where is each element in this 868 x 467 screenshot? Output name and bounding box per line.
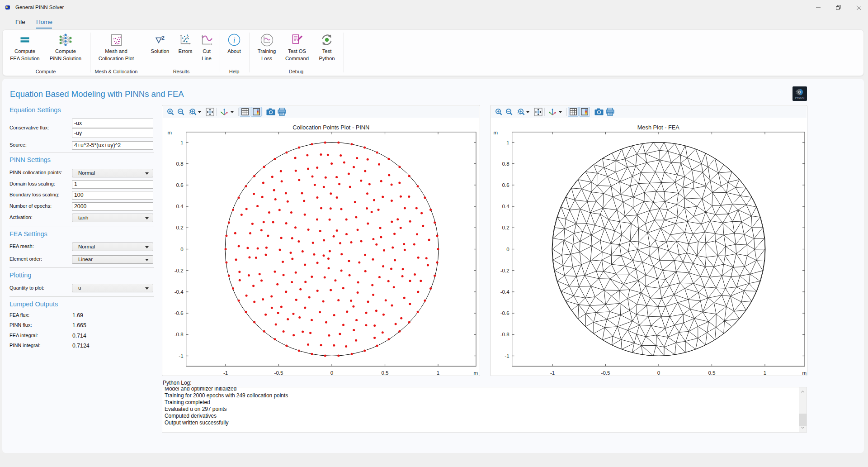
svg-text:0: 0 (657, 370, 660, 376)
svg-text:-0.2: -0.2 (175, 268, 184, 273)
svg-text:i: i (233, 36, 236, 44)
svg-text:-0.5: -0.5 (601, 370, 610, 376)
svg-text:-0.4: -0.4 (175, 289, 184, 295)
svg-text:Mesh Plot - FEA: Mesh Plot - FEA (637, 124, 680, 131)
svg-text:m: m (494, 130, 498, 135)
svg-text:0.6: 0.6 (502, 182, 509, 188)
svg-text:1: 1 (506, 140, 509, 145)
svg-text:-0.8: -0.8 (175, 332, 184, 337)
svg-text:0: 0 (180, 247, 183, 252)
svg-text:-0.8: -0.8 (500, 332, 509, 337)
svg-text:1: 1 (437, 370, 439, 376)
svg-text:-0.4: -0.4 (500, 289, 509, 295)
svg-text:-1: -1 (223, 370, 228, 376)
svg-text:Collocation Points Plot - PINN: Collocation Points Plot - PINN (292, 124, 369, 131)
svg-text:m: m (168, 130, 172, 135)
svg-text:0.6: 0.6 (176, 182, 184, 188)
svg-text:0: 0 (330, 370, 333, 376)
svg-text:-0.6: -0.6 (500, 310, 509, 316)
svg-text:m: m (473, 370, 478, 376)
svg-text:0.4: 0.4 (502, 204, 510, 209)
svg-text:-0.2: -0.2 (500, 268, 509, 273)
svg-text:-0.5: -0.5 (274, 370, 283, 376)
svg-text:-0.6: -0.6 (175, 310, 184, 316)
svg-text:1: 1 (764, 370, 766, 376)
svg-text:1: 1 (180, 140, 183, 145)
svg-text:2: 2 (161, 35, 165, 41)
svg-text:0.8: 0.8 (176, 161, 184, 167)
svg-text:0.2: 0.2 (502, 225, 509, 230)
svg-text:-1: -1 (505, 353, 509, 359)
svg-text:0.5: 0.5 (382, 370, 389, 376)
svg-text:0.2: 0.2 (176, 225, 184, 230)
svg-text:m: m (802, 370, 807, 376)
svg-text:0.5: 0.5 (708, 370, 716, 376)
svg-text:0: 0 (506, 247, 509, 252)
svg-text:0.8: 0.8 (502, 161, 509, 167)
svg-text:-1: -1 (550, 370, 555, 376)
svg-text:PhysAI: PhysAI (795, 96, 805, 99)
svg-text:0.4: 0.4 (176, 204, 184, 209)
svg-text:-1: -1 (179, 353, 183, 359)
